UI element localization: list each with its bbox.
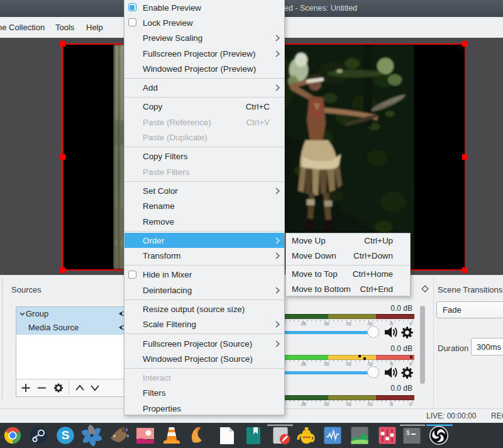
svg-text:$: $ bbox=[406, 430, 410, 437]
svg-text:-15: -15 bbox=[345, 402, 351, 406]
svg-text:-5: -5 bbox=[389, 321, 393, 325]
svg-text:-25: -25 bbox=[300, 321, 306, 325]
svg-text:-20: -20 bbox=[323, 321, 329, 325]
svg-text:-15: -15 bbox=[345, 321, 351, 325]
svg-text:-10: -10 bbox=[367, 321, 373, 325]
svg-text:-25: -25 bbox=[300, 402, 306, 406]
svg-text:-15: -15 bbox=[345, 362, 351, 366]
svg-text:-5: -5 bbox=[389, 362, 393, 366]
svg-text:0: 0 bbox=[409, 402, 412, 406]
svg-text:-25: -25 bbox=[300, 362, 306, 366]
svg-text:0: 0 bbox=[409, 362, 412, 366]
svg-text:S: S bbox=[62, 428, 70, 442]
svg-text:-20: -20 bbox=[323, 402, 329, 406]
svg-text:-20: -20 bbox=[323, 362, 329, 366]
svg-text:-10: -10 bbox=[367, 402, 373, 406]
svg-text:0: 0 bbox=[409, 321, 412, 325]
svg-text:-5: -5 bbox=[389, 402, 393, 406]
svg-text:-10: -10 bbox=[367, 362, 373, 366]
